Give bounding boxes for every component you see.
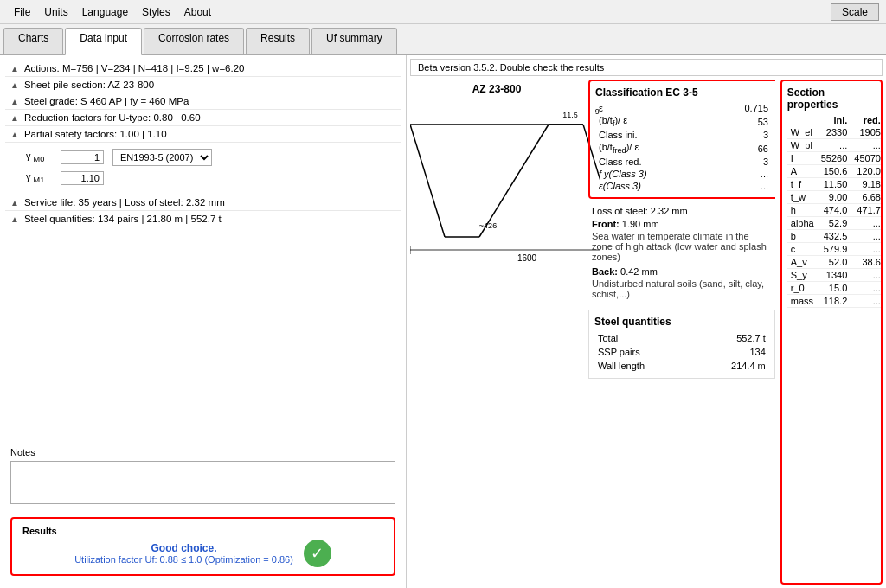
sec-ini-11: 1340 — [818, 269, 851, 282]
back-desc: Undisturbed natural soils (sand, silt, c… — [592, 278, 772, 299]
extra-row-1: ▲ Steel quantities: 134 pairs | 21.80 m … — [5, 211, 401, 227]
sec-table-row-11: S_y 1340 ... cm³/m — [787, 269, 883, 282]
sec-red-4: 9.18 — [851, 178, 883, 191]
front-label: Front: — [592, 219, 620, 229]
sec-table-row-10: A_v 52.0 38.6 cm²/m — [787, 256, 883, 269]
sq-label-0: Total — [594, 331, 693, 345]
sq-row-2: Wall length 214.4 m — [594, 359, 769, 373]
tab-corrosion-rates[interactable]: Corrosion rates — [144, 28, 244, 54]
classification-title: Classification EC 3-5 — [595, 86, 772, 99]
sec-prop-7: alpha — [787, 217, 818, 230]
upper-right: AZ 23-800 — [410, 80, 883, 585]
arrow-icon-6: ▲ — [10, 214, 19, 224]
menu-language[interactable]: Language — [75, 4, 135, 20]
gamma-m1-row: γ M1 — [5, 169, 401, 188]
menu-about[interactable]: About — [177, 4, 218, 20]
tab-results[interactable]: Results — [246, 28, 310, 54]
info-row-1: ▲ Sheet pile section: AZ 23-800 — [5, 77, 401, 93]
class-label-4: Class red. — [595, 156, 709, 168]
extra-text-1: Steel quantities: 134 pairs | 21.80 m | … — [24, 214, 395, 224]
class-value-0: 0.715 — [709, 102, 772, 114]
extra-row-0: ▲ Service life: 35 years | Loss of steel… — [5, 195, 401, 211]
sec-prop-1: W_pl — [787, 139, 818, 152]
sec-table-row-2: I 55260 45070 cm4/m — [787, 152, 883, 165]
svg-line-3 — [479, 125, 549, 237]
info-text-4: Partial safety factors: 1.00 | 1.10 — [24, 129, 395, 139]
back-row: Back: 0.42 mm — [592, 266, 772, 277]
sec-ini-0: 2330 — [818, 126, 851, 139]
front-value: 1.90 mm — [622, 219, 659, 229]
sec-table-row-3: A 150.6 120.0 cm²/m — [787, 165, 883, 178]
front-desc: Sea water in temperate climate in the zo… — [592, 231, 772, 262]
tab-charts[interactable]: Charts — [3, 28, 63, 54]
gamma-m0-label: γ M0 — [26, 150, 61, 163]
menu-units[interactable]: Units — [37, 4, 74, 20]
gamma-m1-input[interactable] — [61, 171, 104, 185]
sec-table-row-13: mass 118.2 ... kg/m² — [787, 295, 883, 308]
sq-value-2: 214.4 m — [693, 359, 769, 373]
scale-button[interactable]: Scale — [831, 3, 879, 21]
arrow-icon-0: ▲ — [10, 64, 19, 74]
notes-section: Notes — [5, 444, 401, 510]
sec-red-10: 38.6 — [851, 256, 883, 269]
sec-prop-4: t_f — [787, 178, 818, 191]
sec-ini-6: 474.0 — [818, 204, 851, 217]
tab-data-input[interactable]: Data input — [65, 28, 142, 55]
class-label-6: ε(Class 3) — [595, 180, 709, 192]
steel-quantities: Steel quantities Total 552.7 t SSP pairs… — [588, 310, 775, 379]
beta-notice: Beta version 3.5.2. Double check the res… — [410, 59, 883, 76]
arrow-icon-5: ▲ — [10, 198, 19, 208]
class-row-1: (b/tf)/ ε 53 — [595, 114, 772, 129]
sq-row-0: Total 552.7 t — [594, 331, 769, 345]
class-row-3: (b/tfred)/ ε 66 — [595, 141, 772, 156]
diagram-area: AZ 23-800 — [410, 80, 583, 585]
class-row-5: f y(Class 3) ... — [595, 168, 772, 180]
norm-select[interactable]: EN1993-5 (2007) EN1993-5 (2006) — [112, 149, 212, 166]
sq-table: Total 552.7 t SSP pairs 134 Wall length … — [594, 331, 769, 373]
class-row-2: Class ini. 3 — [595, 129, 772, 141]
arrow-icon-4: ▲ — [10, 130, 19, 139]
info-text-1: Sheet pile section: AZ 23-800 — [24, 80, 395, 90]
menu-styles[interactable]: Styles — [135, 4, 177, 20]
sq-value-1: 134 — [693, 345, 769, 359]
sec-red-12: ... — [851, 282, 883, 295]
arrow-icon-2: ▲ — [10, 97, 19, 106]
class-row-4: Class red. 3 — [595, 156, 772, 168]
classification-table: ε 0.715 (b/tf)/ ε 53 Class ini. 3 (b/t — [595, 102, 772, 192]
sec-ini-2: 55260 — [818, 152, 851, 165]
class-value-4: 3 — [709, 156, 772, 168]
notes-textarea[interactable] — [10, 461, 395, 504]
sec-prop-8: b — [787, 230, 818, 243]
sec-red-3: 120.0 — [851, 165, 883, 178]
info-text-2: Steel grade: S 460 AP | fy = 460 MPa — [24, 96, 395, 106]
info-text-0: Actions. M=756 | V=234 | N=418 | I=9.25 … — [24, 63, 395, 74]
class-label-0: ε — [595, 102, 709, 114]
tab-uf-summary[interactable]: Uf summary — [311, 28, 397, 54]
gamma-m0-input[interactable] — [61, 150, 104, 164]
class-value-3: 66 — [709, 141, 772, 156]
class-label-1: (b/tf)/ ε — [595, 114, 709, 129]
front-row: Front: 1.90 mm — [592, 219, 772, 229]
sec-col-prop — [787, 114, 818, 126]
sec-prop-6: h — [787, 204, 818, 217]
sec-ini-8: 432.5 — [818, 230, 851, 243]
class-row-0: ε 0.715 — [595, 102, 772, 114]
results-content: Good choice. Utilization factor Uf: 0.88… — [22, 540, 383, 567]
svg-text:1600: 1600 — [517, 253, 537, 263]
sec-table-row-5: t_w 9.00 6.68 mm — [787, 191, 883, 204]
menu-file[interactable]: File — [7, 4, 37, 20]
sec-table-row-9: c 579.9 ... mm — [787, 243, 883, 256]
svg-line-1 — [410, 125, 445, 237]
extra-text-0: Service life: 35 years | Loss of steel: … — [24, 197, 395, 208]
class-value-6: ... — [709, 180, 772, 192]
sq-title: Steel quantities — [594, 316, 769, 328]
section-table-area: Section properties ini. red. W_el 2330 1… — [780, 80, 883, 585]
good-choice-text: Good choice. — [74, 542, 293, 554]
sec-col-ini: ini. — [818, 114, 851, 126]
right-panel: Beta version 3.5.2. Double check the res… — [407, 55, 886, 588]
sec-table-row-0: W_el 2330 1905 cm³/m — [787, 126, 883, 139]
sec-red-1: ... — [851, 139, 883, 152]
section-table: ini. red. W_el 2330 1905 cm³/m W_pl ... … — [787, 114, 883, 308]
sq-label-2: Wall length — [594, 359, 693, 373]
sec-prop-13: mass — [787, 295, 818, 308]
